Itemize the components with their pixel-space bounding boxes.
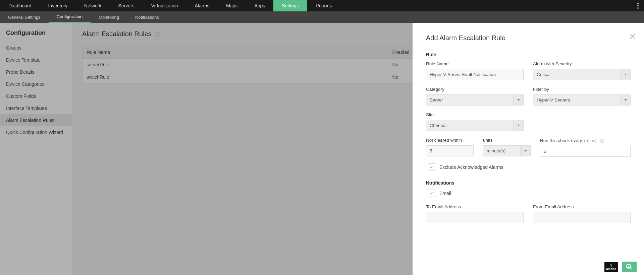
sub-nav: General Settings Configuration Monitorin…	[0, 11, 644, 23]
units-select[interactable]: minute(s)	[483, 145, 521, 156]
notcleared-label: Not cleared within	[426, 138, 474, 143]
chevron-down-icon	[517, 125, 520, 126]
runcheck-label-text: Run this check every	[540, 138, 582, 143]
category-value: Server	[430, 97, 443, 102]
subnav-configuration[interactable]: Configuration	[49, 11, 91, 23]
filter-select[interactable]: Hyper-V Servers	[533, 94, 621, 106]
units-label: units	[483, 138, 531, 143]
alarm-count-label: Alarms	[606, 268, 616, 271]
close-button[interactable]	[629, 33, 636, 41]
severity-value: Critical	[537, 72, 550, 77]
nav-apps[interactable]: Apps	[246, 0, 273, 11]
top-nav: Dashboard Inventory Network Servers Virt…	[0, 0, 644, 11]
from-email-label: From Email Address	[533, 204, 631, 209]
close-icon	[629, 33, 636, 40]
category-label: Category	[426, 87, 524, 92]
subnav-notifications[interactable]: Notifications	[127, 11, 167, 23]
rule-name-label: Rule Name	[426, 61, 524, 66]
chevron-down-icon	[624, 99, 627, 101]
severity-dropdown-button[interactable]	[621, 69, 631, 80]
runcheck-input[interactable]	[540, 146, 631, 157]
add-rule-panel: Add Alarm Escalation Rule Rule Rule Name…	[413, 23, 644, 275]
section-notifications: Notifications	[426, 180, 631, 186]
site-label: Site	[426, 112, 524, 117]
nav-dashboard[interactable]: Dashboard	[0, 0, 40, 11]
subnav-general-settings[interactable]: General Settings	[0, 11, 49, 23]
to-email-label: To Email Address	[426, 204, 524, 209]
kebab-icon	[635, 3, 641, 9]
nav-alarms[interactable]: Alarms	[186, 0, 218, 11]
alarm-counter-button[interactable]: 1 Alarms	[604, 262, 618, 272]
from-email-input[interactable]	[533, 212, 631, 223]
filter-value: Hyper-V Servers	[537, 97, 570, 102]
chat-button[interactable]	[622, 262, 637, 272]
chevron-down-icon	[524, 150, 527, 152]
chevron-down-icon	[624, 74, 627, 75]
units-dropdown-button[interactable]	[521, 145, 531, 156]
section-rule: Rule	[426, 52, 631, 57]
site-value: Chennai	[430, 123, 446, 128]
help-icon[interactable]: ?	[599, 138, 604, 143]
site-dropdown-button[interactable]	[514, 120, 524, 131]
nav-inventory[interactable]: Inventory	[40, 0, 76, 11]
nav-settings[interactable]: Settings	[273, 0, 307, 11]
severity-label: Alarm with Severity	[533, 61, 631, 66]
site-select[interactable]: Chennai	[426, 120, 514, 131]
nav-reports[interactable]: Reports	[307, 0, 340, 11]
chevron-down-icon	[517, 99, 520, 101]
exclude-ack-checkbox[interactable]: ✓	[428, 163, 435, 171]
exclude-ack-label: Exclude Acknowledged Alarms	[439, 164, 503, 170]
runcheck-hint: (mins)	[584, 138, 597, 143]
runcheck-label: Run this check every (mins) ?	[540, 138, 631, 143]
severity-select[interactable]: Critical	[533, 69, 621, 80]
email-label: Email	[439, 191, 451, 196]
panel-title: Add Alarm Escalation Rule	[426, 34, 631, 42]
category-select[interactable]: Server	[426, 94, 514, 106]
rule-name-input[interactable]	[426, 69, 524, 80]
filter-dropdown-button[interactable]	[621, 94, 631, 106]
more-menu-button[interactable]	[635, 0, 641, 11]
nav-maps[interactable]: Maps	[218, 0, 246, 11]
notcleared-input[interactable]	[426, 145, 474, 156]
nav-servers[interactable]: Servers	[110, 0, 143, 11]
units-value: minute(s)	[487, 148, 505, 153]
chat-icon	[626, 263, 633, 271]
filter-label: Filter by	[533, 87, 631, 92]
category-dropdown-button[interactable]	[514, 94, 524, 106]
nav-virtualization[interactable]: Virtualization	[143, 0, 186, 11]
email-checkbox[interactable]: ✓	[428, 190, 435, 197]
nav-network[interactable]: Network	[76, 0, 110, 11]
to-email-input[interactable]	[426, 212, 524, 223]
subnav-monitoring[interactable]: Monitoring	[91, 11, 127, 23]
